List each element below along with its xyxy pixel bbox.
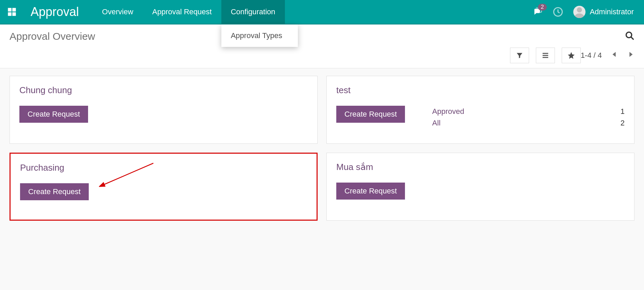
stat-label[interactable]: Approved <box>432 107 464 116</box>
nav-right: 2 Administrator <box>532 6 644 18</box>
svg-rect-0 <box>8 8 11 11</box>
kanban-view: Chung chung Create Request test Create R… <box>0 68 644 228</box>
apps-icon[interactable] <box>0 7 24 17</box>
search-icon[interactable] <box>625 31 634 42</box>
app-brand[interactable]: Approval <box>24 5 92 19</box>
groupby-button[interactable] <box>536 48 555 63</box>
svg-rect-9 <box>542 55 548 56</box>
pager-prev[interactable] <box>611 50 618 61</box>
svg-point-5 <box>577 7 582 13</box>
svg-rect-10 <box>542 57 548 58</box>
create-request-button[interactable]: Create Request <box>20 183 89 200</box>
stat-value: 1 <box>621 107 625 116</box>
nav-item-approval-request[interactable]: Approval Request <box>143 0 221 24</box>
svg-rect-3 <box>12 12 16 16</box>
messages-badge: 2 <box>538 4 547 11</box>
messages-icon[interactable]: 2 <box>532 7 543 17</box>
nav-item-configuration[interactable]: Configuration <box>221 0 285 24</box>
card-stats: Approved 1 All 2 <box>432 106 625 129</box>
card-title: Mua sắm <box>336 162 625 172</box>
kanban-card-test[interactable]: test Create Request Approved 1 All 2 <box>326 76 634 144</box>
pager-text: 1-4 / 4 <box>581 51 602 60</box>
card-title: Chung chung <box>19 85 308 96</box>
user-name-label: Administrator <box>590 7 634 16</box>
user-menu[interactable]: Administrator <box>573 6 634 18</box>
nav-item-overview[interactable]: Overview <box>92 0 143 24</box>
navbar: Approval Overview Approval Request Confi… <box>0 0 644 24</box>
svg-rect-1 <box>12 8 16 11</box>
svg-rect-2 <box>8 12 11 16</box>
pager-next[interactable] <box>627 50 634 61</box>
card-title: test <box>336 85 625 96</box>
stat-value: 2 <box>621 119 625 127</box>
stat-label[interactable]: All <box>432 119 440 127</box>
configuration-dropdown: Approval Types <box>221 24 298 47</box>
kanban-card-purchasing[interactable]: Purchasing Create Request <box>10 153 318 221</box>
favorites-button[interactable] <box>562 48 581 63</box>
pager: 1-4 / 4 <box>581 50 634 61</box>
nav-items: Overview Approval Request Configuration … <box>92 0 285 24</box>
create-request-button[interactable]: Create Request <box>336 106 405 123</box>
create-request-button[interactable]: Create Request <box>19 106 88 123</box>
create-request-button[interactable]: Create Request <box>336 183 405 200</box>
kanban-card-chung-chung[interactable]: Chung chung Create Request <box>10 76 318 144</box>
filter-button[interactable] <box>510 48 529 63</box>
kanban-card-mua-sam[interactable]: Mua sắm Create Request <box>326 153 634 221</box>
avatar <box>573 6 586 18</box>
page-title: Approval Overview <box>10 31 95 42</box>
svg-rect-8 <box>542 53 548 54</box>
card-title: Purchasing <box>20 163 307 173</box>
control-panel: Approval Overview 1-4 / 4 <box>0 24 644 68</box>
activity-icon[interactable] <box>553 7 563 17</box>
dropdown-item-approval-types[interactable]: Approval Types <box>221 24 298 47</box>
svg-line-7 <box>631 37 633 39</box>
